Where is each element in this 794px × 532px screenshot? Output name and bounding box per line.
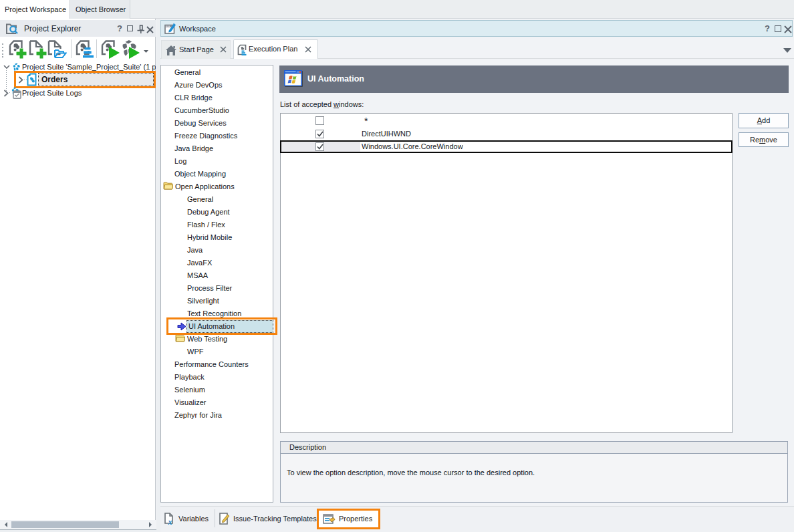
svg-text:x: x <box>168 517 172 525</box>
